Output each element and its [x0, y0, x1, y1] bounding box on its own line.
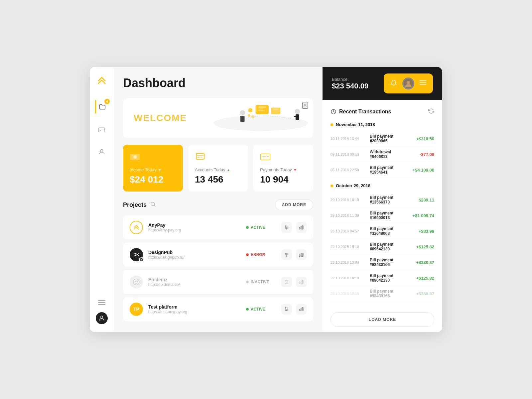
svg-rect-30	[267, 156, 269, 157]
svg-point-48	[286, 256, 287, 257]
app-logo[interactable]	[96, 75, 108, 87]
banner-illustration	[208, 98, 313, 138]
sidebar-avatar[interactable]	[96, 312, 108, 324]
tx-amount: +$125.82	[408, 244, 434, 249]
transaction-row: 29.10.2018 11:39 Bill payment #16900013 …	[331, 208, 434, 223]
svg-rect-13	[294, 116, 296, 117]
sidebar-bottom	[96, 300, 108, 324]
projects-search-icon[interactable]	[150, 201, 156, 208]
project-name: AnyPay	[148, 222, 241, 228]
date-group-november: November 11, 2018 10.11.2018 13:44 Bill …	[331, 122, 434, 178]
transactions-section: Recent Transactions November 11, 2018 10…	[323, 100, 442, 332]
tx-date: 22.10.2018 18:10	[331, 276, 367, 280]
chart-icon[interactable]	[296, 249, 307, 260]
status-badge-epidemz: INACTIVE	[246, 280, 276, 284]
svg-rect-14	[297, 116, 299, 117]
status-dot	[246, 226, 249, 229]
user-avatar[interactable]	[402, 77, 414, 89]
hamburger-icon[interactable]	[420, 80, 426, 86]
svg-point-21	[133, 155, 137, 159]
project-row: DK DesignPub https://designpub.ru/ ERROR	[123, 243, 313, 267]
svg-rect-75	[420, 80, 426, 81]
svg-point-2	[100, 150, 103, 152]
chart-icon[interactable]	[296, 222, 307, 233]
tx-amount: +$1 099.74	[408, 213, 434, 218]
status-badge-testplatform: ACTIVE	[246, 307, 276, 312]
svg-point-18	[248, 114, 250, 117]
status-badge-anypay: ACTIVE	[246, 225, 276, 230]
tx-date: 22.10.2018 18:10	[331, 245, 367, 249]
svg-point-69	[286, 310, 287, 311]
svg-rect-16	[240, 116, 245, 122]
stat-value-payments: 10 904	[260, 174, 307, 185]
tx-amount: +$318.50	[408, 136, 434, 141]
svg-point-53	[135, 281, 136, 282]
project-list: AnyPay https://any-pay.org ACTIVE	[123, 215, 313, 321]
tx-date: 10.11.2018 13:44	[331, 137, 367, 141]
tx-desc: Bill payment #13566370	[370, 195, 405, 204]
project-info-epidemz: Epidemz http://epidemz.co/	[148, 277, 241, 287]
svg-rect-5	[256, 105, 269, 114]
transaction-row: 26.10.2018 04:57 Bill payment #32648063 …	[331, 223, 434, 239]
transactions-title: Recent Transactions	[331, 109, 391, 115]
tx-date: 29.10.2018 13:08	[331, 260, 367, 264]
settings-icon[interactable]	[281, 277, 292, 287]
settings-icon[interactable]	[281, 304, 292, 315]
project-logo-testplatform: TP	[130, 303, 143, 316]
svg-point-3	[101, 316, 103, 318]
svg-rect-63	[302, 280, 303, 284]
svg-rect-26	[201, 157, 203, 158]
refresh-icon[interactable]	[428, 108, 434, 115]
notification-icon[interactable]	[390, 79, 397, 87]
svg-point-58	[285, 280, 286, 281]
svg-rect-76	[420, 82, 426, 83]
project-actions-epidemz	[281, 277, 307, 287]
svg-point-60	[286, 283, 287, 284]
add-more-button[interactable]: ADD MORE	[275, 200, 313, 210]
tx-desc: Bill payment #98430166	[370, 258, 405, 267]
sidebar-item-folder[interactable]: 4	[95, 100, 108, 113]
sidebar-nav: 4	[95, 100, 108, 300]
svg-rect-29	[262, 158, 265, 158]
stat-label-income: Income Today ▼	[130, 167, 176, 172]
svg-point-38	[286, 228, 287, 229]
date-group-label: October 29, 2018	[331, 183, 434, 188]
stat-label-accounts: Accounts Today ▲	[195, 167, 241, 172]
svg-line-32	[154, 205, 155, 206]
date-group-label: November 11, 2018	[331, 122, 434, 127]
close-banner-button[interactable]: ✕	[302, 102, 308, 109]
tx-date: 26.10.2018 04:57	[331, 229, 367, 233]
chart-icon[interactable]	[296, 277, 307, 287]
sidebar-item-payment[interactable]	[95, 123, 108, 136]
svg-point-11	[295, 109, 300, 114]
svg-rect-41	[302, 226, 303, 229]
svg-rect-70	[299, 309, 300, 311]
settings-icon[interactable]	[281, 249, 292, 260]
svg-rect-7	[258, 109, 264, 109]
sidebar-menu-icon[interactable]	[98, 300, 105, 306]
svg-point-68	[287, 309, 288, 310]
transaction-row: 29.10.2018 13:08 Bill payment #98430166 …	[331, 255, 434, 270]
svg-point-74	[407, 81, 410, 84]
chart-icon[interactable]	[296, 304, 307, 315]
svg-rect-0	[99, 128, 105, 132]
date-dot	[331, 185, 333, 187]
tx-amount: +$330.87	[408, 291, 434, 296]
svg-point-46	[285, 253, 286, 254]
load-more-button[interactable]: LOAD MORE	[331, 312, 434, 327]
svg-rect-6	[258, 106, 266, 107]
svg-rect-12	[296, 114, 299, 120]
payments-icon	[260, 151, 307, 163]
sidebar-item-user[interactable]	[95, 145, 108, 159]
svg-point-52	[133, 279, 139, 285]
tx-desc: Bill payment #32648063	[370, 226, 405, 236]
main-content: Dashboard WELCOME	[114, 67, 323, 332]
settings-icon[interactable]	[281, 222, 292, 233]
header-actions	[384, 73, 433, 93]
accounts-icon	[195, 151, 241, 163]
status-dot	[246, 253, 249, 256]
svg-rect-25	[198, 157, 200, 158]
welcome-banner: WELCOME	[123, 98, 313, 138]
project-actions-testplatform	[281, 304, 307, 315]
tx-amount: -$77.08	[408, 152, 434, 157]
